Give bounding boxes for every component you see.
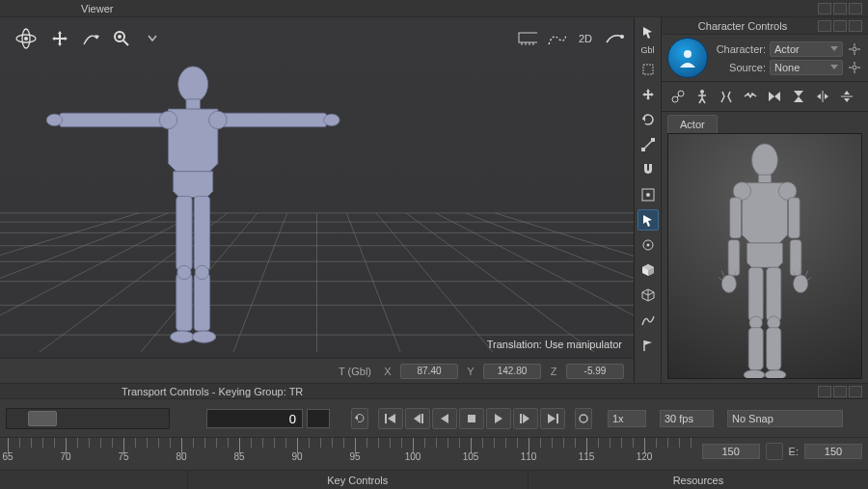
goto-end-icon[interactable] — [540, 408, 565, 429]
rotate-tool-icon[interactable] — [637, 109, 659, 130]
playback-rate-dropdown[interactable]: 1x — [608, 410, 646, 427]
svg-rect-46 — [176, 274, 192, 332]
svg-line-32 — [436, 213, 634, 352]
panel-close-icon[interactable] — [849, 386, 862, 397]
cursor-select-icon[interactable] — [637, 209, 659, 231]
scrub-knob[interactable] — [28, 411, 57, 426]
svg-point-43 — [324, 114, 339, 125]
panel-minimize-icon[interactable] — [818, 386, 831, 397]
character-logo-icon[interactable] — [667, 38, 708, 78]
deselect-icon[interactable] — [637, 59, 659, 80]
snap-dropdown[interactable]: No Snap — [727, 410, 843, 427]
ik-arms-icon[interactable] — [740, 86, 761, 107]
select-cursor-icon[interactable] — [637, 21, 659, 42]
spline-icon[interactable] — [637, 310, 659, 331]
goto-start-icon[interactable] — [378, 408, 403, 429]
gear-icon[interactable] — [847, 41, 862, 57]
mirror-ud-icon[interactable] — [836, 86, 857, 107]
svg-point-60 — [646, 244, 649, 247]
panel-maximize-icon[interactable] — [833, 386, 847, 397]
step-back-icon[interactable] — [405, 408, 430, 429]
tab-actor[interactable]: Actor — [667, 115, 718, 133]
lock-icon[interactable] — [766, 443, 783, 460]
svg-point-121 — [580, 415, 587, 422]
axis-x-label: X — [381, 366, 394, 377]
stop-icon[interactable] — [459, 408, 484, 429]
view-mode-label: 2D — [579, 33, 592, 44]
play-reverse-icon[interactable] — [432, 408, 457, 429]
svg-rect-90 — [790, 240, 801, 276]
fps-dropdown[interactable]: 30 fps — [660, 410, 714, 427]
panel-maximize-icon[interactable] — [833, 20, 847, 32]
character-tabs: Actor — [662, 112, 868, 133]
svg-line-98 — [805, 271, 808, 277]
source-dropdown[interactable]: None — [770, 60, 843, 75]
svg-line-97 — [807, 277, 811, 280]
skeleton-icon[interactable] — [692, 86, 713, 107]
viewport-canvas[interactable] — [0, 44, 634, 352]
maximize-icon[interactable] — [833, 3, 847, 14]
character-controls-panel: Character Controls Character: Actor — [662, 17, 868, 383]
play-icon[interactable] — [486, 408, 511, 429]
svg-point-83 — [752, 144, 778, 177]
svg-line-75 — [677, 95, 679, 97]
svg-rect-44 — [176, 196, 192, 270]
ruler-label: 90 — [291, 451, 302, 462]
gear-icon[interactable] — [847, 60, 862, 75]
loop-icon[interactable] — [351, 408, 368, 429]
coord-z-field[interactable]: -5.99 — [566, 364, 624, 379]
timeline-end-field[interactable]: 150 — [804, 444, 862, 459]
svg-rect-45 — [194, 196, 209, 270]
viewer-viewport[interactable]: 2D — [0, 17, 635, 383]
svg-rect-102 — [767, 267, 781, 321]
minimize-icon[interactable] — [818, 3, 831, 14]
panel-close-icon[interactable] — [849, 20, 862, 32]
ruler-label: 75 — [118, 451, 128, 462]
svg-line-34 — [0, 213, 139, 352]
side-toolbar: Gbl — [635, 17, 662, 383]
ik-effector-icon[interactable] — [637, 234, 659, 256]
timeline-panel: 65707580859095100105110115120 150 E: 150 — [0, 437, 868, 470]
svg-line-28 — [0, 213, 169, 352]
frame-all-icon[interactable] — [637, 184, 659, 205]
svg-marker-116 — [495, 414, 502, 423]
panel-minimize-icon[interactable] — [818, 20, 831, 32]
svg-point-40 — [159, 111, 176, 128]
character-dropdown-value: Actor — [774, 43, 800, 55]
timeline-range-field[interactable]: 150 — [702, 444, 760, 459]
resources-tab[interactable]: Resources — [529, 471, 868, 489]
current-frame-field[interactable]: 0 — [206, 409, 303, 428]
scale-tool-icon[interactable] — [637, 134, 659, 155]
wire-cube-icon[interactable] — [637, 285, 659, 306]
coord-y-field[interactable]: 142.80 — [483, 364, 541, 379]
coord-x-field[interactable]: 87.40 — [400, 364, 458, 379]
axis-y-label: Y — [464, 366, 477, 377]
magnet-icon[interactable] — [637, 159, 659, 180]
flag-icon[interactable] — [637, 335, 659, 356]
move-tool-icon[interactable] — [637, 84, 659, 105]
frame-step-icon[interactable] — [307, 409, 330, 428]
key-controls-tab[interactable]: Key Controls — [188, 471, 529, 489]
character-panel-title: Character Controls — [667, 20, 818, 32]
close-icon[interactable] — [849, 3, 862, 14]
ik-legs-icon[interactable] — [716, 86, 737, 107]
viewer-panel-title: Viewer — [0, 0, 868, 17]
mirror-lr-icon[interactable] — [812, 86, 833, 107]
bowtie-v-icon[interactable] — [788, 86, 809, 107]
constraint-icon[interactable] — [667, 86, 689, 107]
character-preview[interactable] — [667, 133, 862, 379]
svg-point-107 — [744, 370, 765, 378]
scrub-track[interactable] — [6, 408, 170, 429]
svg-point-96 — [794, 275, 808, 293]
step-forward-icon[interactable] — [513, 408, 538, 429]
svg-point-63 — [853, 47, 856, 51]
bowtie-h-icon[interactable] — [764, 86, 785, 107]
shaded-cube-icon[interactable] — [637, 259, 659, 281]
svg-line-33 — [465, 213, 634, 352]
character-dropdown[interactable]: Actor — [770, 41, 843, 57]
svg-rect-105 — [748, 328, 763, 370]
svg-line-35 — [495, 213, 634, 352]
record-icon[interactable] — [575, 408, 592, 429]
svg-rect-37 — [186, 99, 200, 109]
ruler-label: 65 — [2, 451, 13, 462]
